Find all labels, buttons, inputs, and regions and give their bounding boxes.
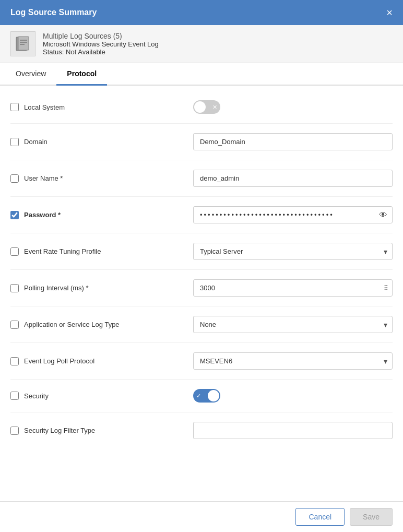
- input-password[interactable]: [193, 206, 393, 223]
- field-row-password: Password * 👁: [10, 197, 393, 233]
- tab-overview[interactable]: Overview: [5, 63, 56, 86]
- toggle-knob-local-system: [194, 101, 206, 113]
- label-event-rate: Event Rate Tuning Profile: [24, 247, 101, 255]
- control-local-system: ✕: [193, 100, 393, 114]
- cancel-button[interactable]: Cancel: [295, 508, 345, 526]
- checkbox-password[interactable]: [10, 211, 19, 219]
- field-row-polling: Polling Interval (ms) * ⠿: [10, 270, 393, 306]
- input-security-filter[interactable]: [193, 422, 393, 439]
- control-event-rate: Typical Server High Volume Server Low Vo…: [193, 243, 393, 260]
- tab-protocol[interactable]: Protocol: [56, 63, 107, 86]
- field-label-area-username: User Name *: [10, 174, 193, 183]
- checkbox-security[interactable]: [10, 392, 19, 400]
- field-row-poll-protocol: Event Log Poll Protocol MSEVEN6 MSEVEN W…: [10, 343, 393, 380]
- checkbox-event-rate[interactable]: [10, 247, 19, 256]
- tab-bar: Overview Protocol: [0, 63, 403, 86]
- label-log-type: Application or Service Log Type: [24, 321, 120, 328]
- password-wrapper: 👁: [193, 206, 393, 223]
- source-info: Multiple Log Sources (5) Microsoft Windo…: [0, 25, 403, 63]
- field-row-security-filter: Security Log Filter Type: [10, 412, 393, 448]
- checkbox-username[interactable]: [10, 174, 19, 183]
- control-username: [193, 170, 393, 187]
- checkbox-local-system[interactable]: [10, 103, 19, 111]
- checkbox-polling[interactable]: [10, 284, 19, 292]
- label-polling: Polling Interval (ms) *: [24, 284, 89, 292]
- checkbox-poll-protocol[interactable]: [10, 357, 19, 365]
- control-poll-protocol: MSEVEN6 MSEVEN WMI ▾: [193, 352, 393, 370]
- close-button[interactable]: ×: [386, 7, 393, 18]
- control-security: ✓: [193, 389, 393, 403]
- modal-footer: Cancel Save: [0, 501, 403, 532]
- modal-header: Log Source Summary ×: [0, 0, 403, 25]
- field-label-area-security-filter: Security Log Filter Type: [10, 427, 193, 435]
- save-button[interactable]: Save: [350, 508, 393, 526]
- field-row-username: User Name *: [10, 160, 393, 197]
- source-icon-image: [10, 31, 35, 56]
- field-row-domain: Domain: [10, 124, 393, 160]
- field-row-event-rate: Event Rate Tuning Profile Typical Server…: [10, 233, 393, 270]
- field-label-area-password: Password *: [10, 211, 193, 219]
- checkbox-security-filter[interactable]: [10, 427, 19, 435]
- label-password: Password *: [24, 211, 61, 219]
- modal-container: Log Source Summary × Multiple Log Source…: [0, 0, 403, 532]
- toggle-x-icon: ✕: [212, 104, 217, 111]
- input-username[interactable]: [193, 170, 393, 187]
- field-row-log-type: Application or Service Log Type None App…: [10, 306, 393, 343]
- toggle-check-icon: ✓: [196, 393, 201, 399]
- eye-icon[interactable]: 👁: [379, 210, 387, 220]
- control-log-type: None Application Security System ▾: [193, 316, 393, 333]
- control-password: 👁: [193, 206, 393, 223]
- field-label-area-security: Security: [10, 392, 193, 400]
- control-polling: ⠿: [193, 279, 393, 297]
- select-wrapper-log-type: None Application Security System ▾: [193, 316, 393, 333]
- checkbox-domain[interactable]: [10, 138, 19, 146]
- control-security-filter: [193, 422, 393, 439]
- checkbox-log-type[interactable]: [10, 321, 19, 329]
- source-details: Multiple Log Sources (5) Microsoft Windo…: [43, 32, 159, 56]
- select-wrapper-poll-protocol: MSEVEN6 MSEVEN WMI ▾: [193, 352, 393, 370]
- label-local-system: Local System: [24, 103, 65, 111]
- select-log-type[interactable]: None Application Security System: [193, 316, 393, 333]
- label-domain: Domain: [24, 138, 48, 146]
- toggle-knob-security: [208, 390, 219, 401]
- label-security: Security: [24, 392, 49, 400]
- label-security-filter: Security Log Filter Type: [24, 427, 95, 434]
- input-domain[interactable]: [193, 133, 393, 150]
- source-status: Status: Not Available: [43, 48, 159, 56]
- input-polling[interactable]: [193, 279, 393, 297]
- field-row-security: Security ✓: [10, 380, 393, 412]
- source-name: Multiple Log Sources (5): [43, 32, 159, 40]
- number-wrapper-polling: ⠿: [193, 279, 393, 297]
- control-domain: [193, 133, 393, 150]
- toggle-local-system[interactable]: ✕: [193, 100, 220, 114]
- select-wrapper-event-rate: Typical Server High Volume Server Low Vo…: [193, 243, 393, 260]
- field-label-area-local-system: Local System: [10, 103, 193, 111]
- label-poll-protocol: Event Log Poll Protocol: [24, 357, 94, 365]
- field-label-area-log-type: Application or Service Log Type: [10, 321, 193, 329]
- source-type: Microsoft Windows Security Event Log: [43, 40, 159, 48]
- field-label-area-polling: Polling Interval (ms) *: [10, 284, 193, 292]
- label-username: User Name *: [24, 174, 63, 182]
- spinner-icon-polling: ⠿: [384, 285, 388, 292]
- svg-rect-1: [18, 37, 29, 50]
- field-row-local-system: Local System ✕: [10, 91, 393, 124]
- field-label-area-event-rate: Event Rate Tuning Profile: [10, 247, 193, 256]
- select-event-rate[interactable]: Typical Server High Volume Server Low Vo…: [193, 243, 393, 260]
- modal-title: Log Source Summary: [10, 8, 97, 17]
- field-label-area-domain: Domain: [10, 138, 193, 146]
- content-area: Local System ✕ Domain User Nam: [0, 86, 403, 501]
- field-label-area-poll-protocol: Event Log Poll Protocol: [10, 357, 193, 365]
- select-poll-protocol[interactable]: MSEVEN6 MSEVEN WMI: [193, 352, 393, 370]
- toggle-security[interactable]: ✓: [193, 389, 220, 403]
